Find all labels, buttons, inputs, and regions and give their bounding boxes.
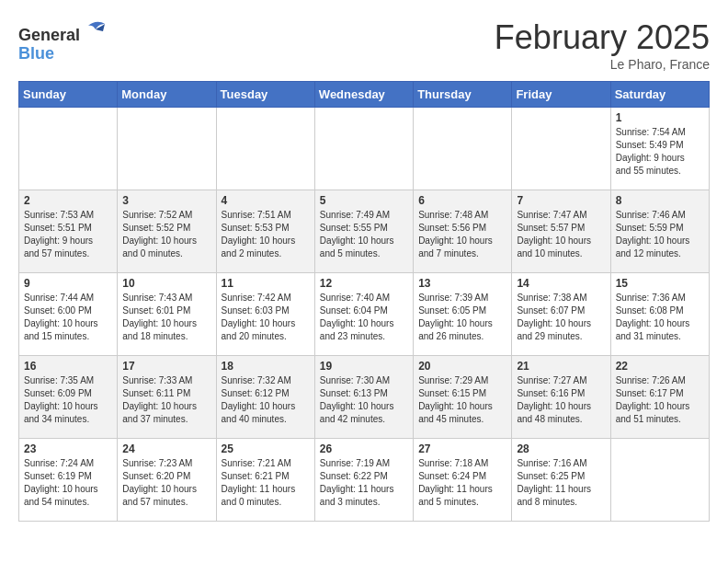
day-number: 8 xyxy=(616,194,704,207)
calendar-cell: 26Sunrise: 7:19 AM Sunset: 6:22 PM Dayli… xyxy=(314,439,413,522)
day-number: 4 xyxy=(222,194,310,207)
day-info: Sunrise: 7:33 AM Sunset: 6:11 PM Dayligh… xyxy=(122,374,210,426)
day-number: 6 xyxy=(418,194,506,207)
calendar-cell: 24Sunrise: 7:23 AM Sunset: 6:20 PM Dayli… xyxy=(118,439,216,522)
calendar-week-row: 2Sunrise: 7:53 AM Sunset: 5:51 PM Daylig… xyxy=(19,190,710,273)
calendar-cell: 25Sunrise: 7:21 AM Sunset: 6:21 PM Dayli… xyxy=(216,439,314,522)
day-info: Sunrise: 7:49 AM Sunset: 5:55 PM Dayligh… xyxy=(320,209,408,260)
calendar-cell xyxy=(314,108,413,190)
day-info: Sunrise: 7:29 AM Sunset: 6:15 PM Dayligh… xyxy=(418,374,506,426)
weekday-header-saturday: Saturday xyxy=(610,82,709,108)
weekday-header-sunday: Sunday xyxy=(19,82,118,108)
day-info: Sunrise: 7:44 AM Sunset: 6:00 PM Dayligh… xyxy=(24,292,112,343)
day-number: 20 xyxy=(418,360,506,373)
day-info: Sunrise: 7:38 AM Sunset: 6:07 PM Dayligh… xyxy=(517,292,605,343)
calendar-week-row: 9Sunrise: 7:44 AM Sunset: 6:00 PM Daylig… xyxy=(19,273,710,356)
calendar-cell xyxy=(610,439,709,522)
calendar-cell: 1Sunrise: 7:54 AM Sunset: 5:49 PM Daylig… xyxy=(610,108,709,190)
calendar-week-row: 1Sunrise: 7:54 AM Sunset: 5:49 PM Daylig… xyxy=(19,108,710,190)
day-number: 17 xyxy=(122,360,210,373)
day-info: Sunrise: 7:51 AM Sunset: 5:53 PM Dayligh… xyxy=(222,209,310,260)
day-number: 13 xyxy=(418,277,506,290)
location-subtitle: Le Pharo, France xyxy=(495,57,710,72)
calendar-cell: 13Sunrise: 7:39 AM Sunset: 6:05 PM Dayli… xyxy=(414,273,512,356)
weekday-header-thursday: Thursday xyxy=(414,82,512,108)
calendar-cell: 21Sunrise: 7:27 AM Sunset: 6:16 PM Dayli… xyxy=(512,356,610,439)
calendar-week-row: 23Sunrise: 7:24 AM Sunset: 6:19 PM Dayli… xyxy=(19,439,710,522)
day-info: Sunrise: 7:46 AM Sunset: 5:59 PM Dayligh… xyxy=(616,209,704,260)
calendar-cell xyxy=(118,108,216,190)
calendar-cell: 20Sunrise: 7:29 AM Sunset: 6:15 PM Dayli… xyxy=(414,356,512,439)
day-info: Sunrise: 7:26 AM Sunset: 6:17 PM Dayligh… xyxy=(616,374,704,426)
calendar-cell: 9Sunrise: 7:44 AM Sunset: 6:00 PM Daylig… xyxy=(19,273,118,356)
day-number: 24 xyxy=(122,442,210,455)
calendar-cell xyxy=(216,108,314,190)
page-header: General Blue February 2025 Le Pharo, Fra… xyxy=(18,18,710,72)
calendar-cell: 6Sunrise: 7:48 AM Sunset: 5:56 PM Daylig… xyxy=(414,190,512,273)
day-info: Sunrise: 7:18 AM Sunset: 6:24 PM Dayligh… xyxy=(418,457,506,509)
day-number: 7 xyxy=(517,194,605,207)
day-number: 21 xyxy=(517,360,605,373)
day-info: Sunrise: 7:24 AM Sunset: 6:19 PM Dayligh… xyxy=(24,457,112,509)
calendar-cell: 19Sunrise: 7:30 AM Sunset: 6:13 PM Dayli… xyxy=(314,356,413,439)
day-info: Sunrise: 7:27 AM Sunset: 6:16 PM Dayligh… xyxy=(517,374,605,426)
day-number: 1 xyxy=(616,111,704,124)
calendar-cell xyxy=(19,108,118,190)
calendar-cell: 5Sunrise: 7:49 AM Sunset: 5:55 PM Daylig… xyxy=(314,190,413,273)
calendar-cell: 14Sunrise: 7:38 AM Sunset: 6:07 PM Dayli… xyxy=(512,273,610,356)
day-number: 15 xyxy=(616,277,704,290)
day-info: Sunrise: 7:47 AM Sunset: 5:57 PM Dayligh… xyxy=(517,209,605,260)
day-number: 9 xyxy=(24,277,112,290)
calendar-cell: 2Sunrise: 7:53 AM Sunset: 5:51 PM Daylig… xyxy=(19,190,118,273)
calendar-cell: 18Sunrise: 7:32 AM Sunset: 6:12 PM Dayli… xyxy=(216,356,314,439)
month-title: February 2025 xyxy=(495,18,710,57)
day-number: 19 xyxy=(320,360,408,373)
calendar-cell: 10Sunrise: 7:43 AM Sunset: 6:01 PM Dayli… xyxy=(118,273,216,356)
title-area: February 2025 Le Pharo, France xyxy=(495,18,710,72)
day-info: Sunrise: 7:32 AM Sunset: 6:12 PM Dayligh… xyxy=(222,374,310,426)
calendar-cell: 28Sunrise: 7:16 AM Sunset: 6:25 PM Dayli… xyxy=(512,439,610,522)
day-number: 28 xyxy=(517,442,605,455)
day-info: Sunrise: 7:36 AM Sunset: 6:08 PM Dayligh… xyxy=(616,292,704,343)
day-info: Sunrise: 7:30 AM Sunset: 6:13 PM Dayligh… xyxy=(320,374,408,426)
day-info: Sunrise: 7:40 AM Sunset: 6:04 PM Dayligh… xyxy=(320,292,408,343)
calendar-cell: 4Sunrise: 7:51 AM Sunset: 5:53 PM Daylig… xyxy=(216,190,314,273)
day-info: Sunrise: 7:53 AM Sunset: 5:51 PM Dayligh… xyxy=(24,209,112,260)
day-info: Sunrise: 7:54 AM Sunset: 5:49 PM Dayligh… xyxy=(616,126,704,178)
calendar-cell: 8Sunrise: 7:46 AM Sunset: 5:59 PM Daylig… xyxy=(610,190,709,273)
day-number: 10 xyxy=(122,277,210,290)
logo: General Blue xyxy=(18,18,108,63)
logo-bird-icon xyxy=(86,18,108,40)
day-info: Sunrise: 7:21 AM Sunset: 6:21 PM Dayligh… xyxy=(222,457,310,509)
day-info: Sunrise: 7:19 AM Sunset: 6:22 PM Dayligh… xyxy=(320,457,408,509)
calendar-cell: 16Sunrise: 7:35 AM Sunset: 6:09 PM Dayli… xyxy=(19,356,118,439)
day-info: Sunrise: 7:52 AM Sunset: 5:52 PM Dayligh… xyxy=(122,209,210,260)
day-number: 12 xyxy=(320,277,408,290)
day-number: 5 xyxy=(320,194,408,207)
day-number: 27 xyxy=(418,442,506,455)
calendar-cell: 7Sunrise: 7:47 AM Sunset: 5:57 PM Daylig… xyxy=(512,190,610,273)
day-number: 22 xyxy=(616,360,704,373)
day-info: Sunrise: 7:48 AM Sunset: 5:56 PM Dayligh… xyxy=(418,209,506,260)
calendar-cell: 22Sunrise: 7:26 AM Sunset: 6:17 PM Dayli… xyxy=(610,356,709,439)
calendar-cell: 12Sunrise: 7:40 AM Sunset: 6:04 PM Dayli… xyxy=(314,273,413,356)
day-number: 23 xyxy=(24,442,112,455)
calendar-cell: 23Sunrise: 7:24 AM Sunset: 6:19 PM Dayli… xyxy=(19,439,118,522)
weekday-header-monday: Monday xyxy=(118,82,216,108)
day-number: 25 xyxy=(222,442,310,455)
day-info: Sunrise: 7:39 AM Sunset: 6:05 PM Dayligh… xyxy=(418,292,506,343)
calendar-cell: 3Sunrise: 7:52 AM Sunset: 5:52 PM Daylig… xyxy=(118,190,216,273)
day-info: Sunrise: 7:43 AM Sunset: 6:01 PM Dayligh… xyxy=(122,292,210,343)
day-number: 14 xyxy=(517,277,605,290)
logo-blue: Blue xyxy=(18,44,54,63)
day-info: Sunrise: 7:42 AM Sunset: 6:03 PM Dayligh… xyxy=(222,292,310,343)
day-number: 11 xyxy=(222,277,310,290)
day-number: 18 xyxy=(222,360,310,373)
calendar-cell xyxy=(414,108,512,190)
calendar-cell: 17Sunrise: 7:33 AM Sunset: 6:11 PM Dayli… xyxy=(118,356,216,439)
day-info: Sunrise: 7:35 AM Sunset: 6:09 PM Dayligh… xyxy=(24,374,112,426)
calendar-week-row: 16Sunrise: 7:35 AM Sunset: 6:09 PM Dayli… xyxy=(19,356,710,439)
weekday-header-friday: Friday xyxy=(512,82,610,108)
logo-general: General xyxy=(18,26,80,44)
day-info: Sunrise: 7:23 AM Sunset: 6:20 PM Dayligh… xyxy=(122,457,210,509)
